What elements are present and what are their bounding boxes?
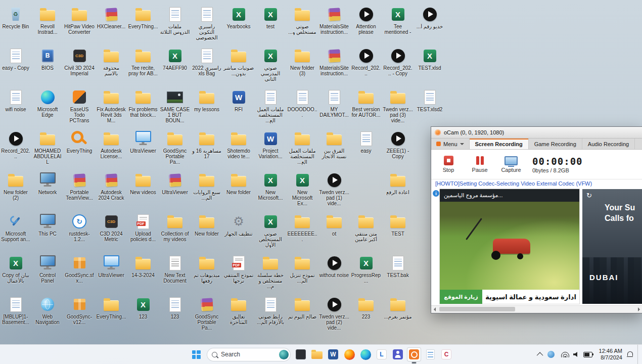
desktop-icon[interactable]: EveryThing... (128, 6, 158, 29)
desktop-icon[interactable]: نموذج تنزيل الم... (287, 255, 317, 284)
desktop-icon[interactable]: TEST (383, 213, 413, 237)
desktop-icon[interactable]: صوتي المستخلص الأول (255, 213, 286, 248)
desktop-icon[interactable]: Autodesk License... (96, 130, 126, 159)
desktop-icon[interactable]: Control Panel (32, 255, 63, 284)
desktop-icon[interactable]: C3D 2024 Metric (96, 213, 126, 242)
desktop-icon[interactable]: easy (351, 130, 381, 154)
desktop-icon[interactable]: New folder (2) (1, 172, 31, 201)
side-ad-banner[interactable]: ↻ Your Su Calls fo DUBAI (582, 189, 642, 304)
desktop-icon[interactable]: This PC (32, 213, 63, 237)
desktop-icon[interactable]: easy - Copy (1, 48, 31, 71)
info-icon[interactable]: i (433, 190, 439, 197)
desktop-icon[interactable]: Record_202... (351, 48, 381, 76)
tab-audio-recording[interactable]: Audio Recording (582, 139, 635, 149)
desktop-icon[interactable]: New folder (223, 172, 254, 195)
desktop-icon[interactable]: صوتيات مباشر بدون... (223, 48, 254, 76)
firefox-icon[interactable] (342, 347, 356, 361)
desktop-icon[interactable]: HitPaw Video Converter (64, 6, 95, 35)
desktop-icon[interactable]: 123 (160, 296, 190, 320)
desktop-icon[interactable]: UltraViewer (160, 172, 190, 195)
desktop-icon[interactable]: RFI (223, 89, 254, 112)
desktop-icon[interactable]: New Microsoft Ex... (287, 172, 317, 206)
desktop-icon[interactable]: rustdesk-1.2... (64, 213, 95, 242)
tray-overflow-chevron-icon[interactable] (536, 352, 543, 358)
desktop-icon[interactable]: صوتي المدرسي الثاني (255, 48, 286, 82)
tab-screen-recording[interactable]: Screen Recording (470, 139, 529, 149)
desktop-icon[interactable]: New folder (3) (287, 48, 317, 76)
desktop-icon[interactable]: Upload policies d... (128, 213, 158, 242)
desktop-icon[interactable]: HXCleaner... (96, 6, 126, 29)
desktop-icon[interactable]: اعادة الرفع (383, 172, 413, 195)
desktop-icon[interactable]: ملفات الدروس الثلاثة (160, 6, 190, 35)
desktop-icon[interactable]: Microsoft Edge (32, 89, 63, 118)
desktop-icon[interactable]: TEST.bak (383, 255, 413, 278)
desktop-icon[interactable]: EveryThing... (96, 296, 126, 320)
desktop-icon[interactable]: ot (319, 213, 349, 237)
desktop-icon[interactable]: ProgressRep... (351, 255, 381, 284)
desktop-icon[interactable]: راسبري 2022 xls Bag (192, 48, 222, 76)
pause-button[interactable]: Pause (467, 152, 493, 176)
desktop-icon[interactable]: 14-3-2024 (128, 255, 158, 278)
notepad-icon[interactable] (423, 347, 437, 361)
desktop-icon[interactable]: MaterialsSite instruction... (319, 48, 349, 76)
desktop-icon[interactable]: Copy of بيان بالأعمال (1, 255, 31, 284)
app-l-icon[interactable] (375, 347, 389, 361)
desktop-icon[interactable]: Collection of my videos (160, 213, 190, 242)
desktop-icon[interactable]: EveryThing (64, 130, 95, 154)
desktop-icon[interactable]: ميديوهات تم رفعها (192, 255, 222, 284)
scroll-left-arrow[interactable] (431, 306, 438, 313)
ad-banner[interactable]: ...مؤسسة مروج الياسمين زيارة الموقع ادار… (440, 189, 579, 304)
desktop-icon[interactable]: Record_202... (1, 130, 31, 159)
desktop-icon[interactable]: سبع الروايات الم... (192, 172, 222, 201)
desktop-icon[interactable]: New Microsoft... (255, 172, 286, 201)
desktop-icon[interactable]: صوتي مستخلص و... (287, 6, 317, 35)
desktop-icon[interactable]: Attention please (351, 6, 381, 35)
desktop-icon[interactable]: TEST.xlsd (415, 48, 445, 71)
desktop-icon[interactable]: رابط صوتي بالأرقام الم... (255, 296, 286, 325)
visit-site-button[interactable]: زيارة الموقع (440, 290, 482, 304)
desktop-icon[interactable]: wifi noise (1, 89, 31, 112)
capture-button[interactable]: Capture (498, 152, 524, 176)
refresh-icon[interactable]: ↻ (586, 192, 592, 199)
desktop-icon[interactable]: Civil 3D 2024 Imperial (64, 48, 95, 76)
app-dark-icon[interactable] (294, 347, 308, 361)
desktop-icon[interactable]: Project Variation... (255, 130, 286, 159)
notification-bell-icon[interactable] (627, 351, 633, 357)
desktop-icon[interactable]: MY DAILYMOT... (319, 89, 349, 118)
desktop-icon[interactable]: Twedn verz... pad (3) vide... (383, 89, 413, 123)
tray-app-icon[interactable] (547, 351, 555, 358)
scroll-right-arrow[interactable] (635, 306, 642, 313)
desktop-icon[interactable]: EaseUS Todo PCTrans (64, 89, 95, 123)
desktop-icon[interactable]: Twedn verz... pad (2) vide... (319, 296, 349, 331)
desktop-icon[interactable]: GoodSync Portable Pa... (160, 130, 190, 165)
desktop-icon[interactable]: Tee mentioned - (383, 6, 413, 35)
desktop-icon[interactable]: SAME CASE 1 BUT BOUN... (160, 89, 190, 123)
desktop-icon[interactable]: متن منتقي أكبر عامين (351, 213, 381, 242)
desktop-icon[interactable]: GoodSync.sfx... (64, 255, 95, 284)
desktop-icon[interactable]: Recycle Bin (1, 6, 31, 29)
desktop-icon[interactable]: 123 (128, 296, 158, 320)
desktop-icon[interactable]: ZEEE(1) - Copy (383, 130, 413, 159)
desktop-icon[interactable]: test (255, 6, 286, 29)
desktop-icon[interactable]: MOHAMED ABDULELAIL (32, 130, 63, 165)
start-button[interactable] (189, 347, 204, 361)
desktop-icon[interactable]: نموذج المنتقي نرجها (223, 255, 254, 284)
desktop-icon[interactable]: Portable TeamView... (64, 172, 95, 201)
desktop-icon[interactable]: DOOODOO... (287, 89, 317, 118)
file-explorer-icon[interactable] (310, 347, 324, 361)
desktop-icon[interactable]: UltraViewer (96, 255, 126, 278)
desktop-icon[interactable]: Fix problems that block... (128, 89, 158, 118)
word-icon[interactable] (326, 347, 340, 361)
horizontal-scrollbar[interactable] (431, 305, 642, 313)
desktop-icon[interactable]: TEST.xlsd2 (415, 89, 445, 112)
edge-icon[interactable] (358, 347, 373, 361)
desktop-icon[interactable]: Twedn verz... pad (1) vide... (319, 172, 349, 206)
desktop-icon[interactable]: Yearbooks (223, 6, 254, 29)
howto-link[interactable]: [HOWTO]Setting Codec-Selecting Video Ext… (431, 179, 642, 188)
desktop-icon[interactable]: 74AEFF90 (160, 48, 190, 71)
desktop-icon[interactable]: الفرق بين نسبة الانجاز (319, 130, 349, 159)
tab-game-recording[interactable]: Game Recording (529, 139, 582, 149)
desktop-icon[interactable]: 223 (351, 296, 381, 320)
clipchamp-icon[interactable] (439, 347, 453, 361)
desktop-icon[interactable]: خديو رقم أ... (415, 6, 445, 29)
